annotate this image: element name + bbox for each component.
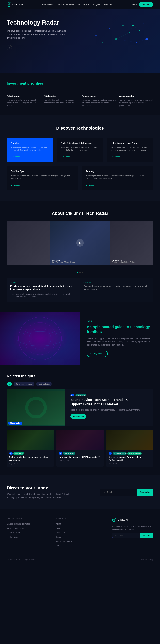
nav-cta-button[interactable]: Let's talk	[139, 2, 153, 7]
priority-col-0: Adopt sector Frameworks and tools for cr…	[7, 95, 41, 107]
featured-article: Silicon Valley AI Insights Scandinavian …	[7, 389, 153, 426]
carousel-dot-active[interactable]	[77, 272, 78, 273]
nav-right: Careers Let's talk	[130, 2, 153, 7]
svg-line-16	[140, 24, 143, 31]
newsletter-inner: Direct to your inbox Want to learn more …	[7, 486, 153, 499]
small-article-body-1: AI Dev by Industry How to make the most …	[56, 450, 104, 464]
priority-col-1-desc: Tools for data collection, storage and f…	[44, 98, 78, 104]
guide-cta-button[interactable]: Get my copy ↓	[87, 350, 108, 357]
small-article-date-2: Feb 01, 2022	[109, 463, 151, 464]
footer-cols: OUR SERVICES Start-up scaling & innovati…	[7, 518, 153, 548]
footer-company-link-1[interactable]: Blog	[56, 527, 60, 529]
arrow-icon: →	[71, 156, 73, 158]
arrow-icon: →	[21, 184, 23, 186]
priority-col-3-name: Assess sector	[119, 95, 154, 97]
small-article-tags-1: AI Dev by Industry	[59, 452, 101, 454]
footer-company-link-3[interactable]: Career	[56, 536, 62, 538]
footer-terms: Terms & Privacy	[141, 559, 153, 560]
nav-link-insights[interactable]: Insights	[93, 3, 100, 6]
tag-pill-all[interactable]: All	[7, 382, 12, 386]
priority-bar-assess1	[80, 91, 117, 91]
footer-services-link-3[interactable]: Product Engineering	[7, 536, 24, 538]
priority-col-2: Assess sector Technologies used to creat…	[82, 95, 116, 107]
video-area: Nick Fisher Chief Operating Officer, Cik…	[7, 221, 153, 265]
video-play-button[interactable]	[76, 239, 84, 246]
small-article-date-1: Feb 04, 2022	[59, 460, 101, 462]
small-article-title-0: Digital trends that reshape our travelli…	[9, 456, 51, 462]
hero-description: We have collected all the technologies w…	[7, 29, 71, 40]
small-article-body-0: AI Digital trends Digital trends that re…	[7, 450, 54, 467]
investment-heading: Investment priorities	[7, 81, 153, 86]
footer-bottom: © Ciklum 2010-2022 All rights reserved T…	[7, 555, 153, 560]
read-article-button[interactable]: Read article	[70, 414, 86, 419]
nav-link-about[interactable]: About us	[104, 3, 112, 6]
small-article-tags-2: AI By-transformation Financial Services	[109, 452, 151, 454]
featured-article-desc: Read more and get a list of all modern t…	[70, 408, 148, 412]
arrow-icon: →	[96, 184, 98, 186]
discover-card-devsecops-title: DevSecOps	[11, 170, 74, 172]
footer-subscribe-button[interactable]: Subscribe	[140, 533, 153, 538]
newsletter-desc: Want to learn more and stay informed abo…	[7, 493, 74, 499]
newsletter-submit-button[interactable]: Subscribe	[137, 489, 153, 496]
tag-pill-flex[interactable]: Flex to be better	[36, 382, 52, 386]
discover-card-testing: Testing Technologies used to check wheth…	[82, 166, 153, 190]
nav-link-what[interactable]: What we do	[42, 3, 52, 6]
footer-company-link-5[interactable]: CRM	[56, 545, 60, 547]
article-card-0: ROBOT Product engineering and digital se…	[7, 278, 80, 302]
discover-card-stacks-link[interactable]: View radar →	[11, 156, 23, 158]
footer-col-newsletter: CIKLUM Subscribe to receive our exclusiv…	[112, 518, 153, 548]
guide-heading: An opinionated guide to technology front…	[87, 324, 153, 334]
mini-tag-finservices-2: Financial Services	[127, 452, 142, 454]
article-tag-0: ROBOT	[10, 281, 77, 283]
priority-bar-assess2	[117, 91, 154, 91]
discover-card-infra-link[interactable]: View radar →	[111, 156, 123, 158]
discover-card-testing-link[interactable]: View radar →	[86, 184, 98, 186]
footer-email-input[interactable]	[112, 533, 140, 538]
discover-card-data-link[interactable]: View radar →	[61, 156, 73, 158]
footer-company-link-4[interactable]: Risk & Compliance	[56, 540, 72, 542]
footer-services-heading: OUR SERVICES	[7, 518, 49, 520]
nav-link-who[interactable]: Who we are	[78, 3, 89, 6]
carousel-dot-1[interactable]	[79, 272, 81, 273]
discover-card-devsecops-link[interactable]: View radar →	[11, 184, 23, 186]
nav-careers-link[interactable]: Careers	[130, 3, 137, 6]
discover-card-devsecops: DevSecOps Technologies used for applicat…	[7, 166, 78, 190]
priority-col-0-desc: Frameworks and tools for creating front …	[7, 98, 41, 107]
footer-services-link-1[interactable]: Intelligent Automation	[7, 527, 24, 529]
small-article-tags-0: AI Digital trends	[9, 452, 51, 454]
featured-article-content: AI Insights Scandinavian Tech Scene: Tre…	[65, 389, 153, 426]
video-thumb-center[interactable]: Nick Fisher Chief Operating Officer, Cik…	[50, 221, 110, 265]
priority-col-2-name: Assess sector	[82, 95, 116, 97]
small-article-date-0: May 20, 2022	[9, 463, 51, 464]
footer-company-link-2[interactable]: Contact Us	[56, 532, 65, 534]
mini-tag-bytransform-2: By-transformation	[113, 452, 127, 454]
footer-company-link-0[interactable]: About	[56, 523, 61, 525]
footer-col-company: COMPANY About Blog Contact Us Career Ris…	[56, 518, 77, 548]
footer-services-link-0[interactable]: Start-up scaling & innovation	[7, 523, 30, 525]
nav-logo[interactable]: CIKLUM	[7, 2, 24, 7]
hero-visual	[82, 16, 150, 70]
insights-heading: Related Insights	[7, 374, 153, 378]
small-article-img-0	[7, 430, 54, 450]
about-heading: About Ciklum's Tech Radar	[7, 211, 153, 216]
carousel-dot-2[interactable]	[82, 272, 83, 273]
small-article-1: AI Dev by Industry How to make the most …	[56, 430, 104, 467]
priority-col-1-name: Trial sector	[44, 95, 78, 97]
guide-visual	[0, 312, 80, 366]
discover-card-data: Data & Artificial Intelligence Tools for…	[57, 138, 104, 162]
discover-card-infra-desc: Technologies used to create environment …	[111, 146, 149, 152]
tag-pill-digital[interactable]: Digital trends in capital	[14, 382, 34, 386]
nav-link-industries[interactable]: Industries we serve	[56, 3, 74, 6]
footer-company-heading: COMPANY	[56, 518, 77, 520]
newsletter-heading: Direct to your inbox	[7, 486, 74, 491]
footer-logo: CIKLUM	[112, 518, 153, 522]
guide-image	[0, 312, 80, 366]
footer-logo-text: CIKLUM	[118, 518, 128, 521]
small-article-2: AI By-transformation Financial Services …	[106, 430, 153, 467]
footer-services-link-2[interactable]: Data & Analytics	[7, 532, 20, 534]
video-thumb-left	[7, 221, 50, 265]
newsletter-email-input[interactable]	[100, 489, 137, 496]
discover-row2: DevSecOps Technologies used for applicat…	[7, 166, 153, 190]
scroll-indicator[interactable]	[7, 45, 12, 50]
hero-title: Technology Radar	[7, 19, 71, 26]
